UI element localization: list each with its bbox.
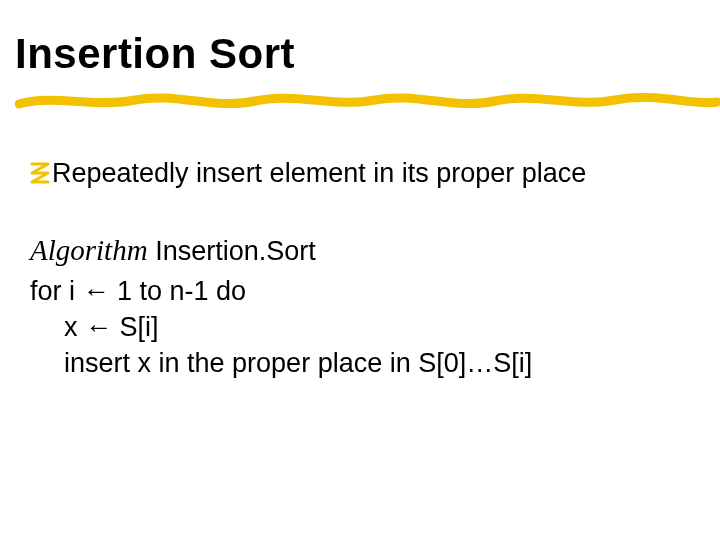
algorithm-line-2: x ← S[i]	[30, 309, 670, 345]
algorithm-name: Insertion.Sort	[155, 236, 316, 266]
z-bullet-icon	[30, 162, 50, 184]
slide: Insertion Sort Repeatedly insert element…	[0, 0, 720, 540]
algorithm-keyword: Algorithm	[30, 234, 148, 266]
title-underline	[15, 86, 720, 114]
algorithm-title-line: Algorithm Insertion.Sort	[30, 231, 670, 270]
title-block: Insertion Sort	[15, 30, 705, 114]
bullet-item: Repeatedly insert element in its proper …	[30, 155, 670, 191]
algorithm-line-3: insert x in the proper place in S[0]…S[i…	[30, 345, 670, 381]
slide-title: Insertion Sort	[15, 30, 705, 78]
algorithm-block: Algorithm Insertion.Sort for i ← 1 to n-…	[30, 231, 670, 381]
algorithm-line-1: for i ← 1 to n-1 do	[30, 273, 670, 309]
bullet-text: Repeatedly insert element in its proper …	[52, 155, 670, 191]
slide-body: Repeatedly insert element in its proper …	[30, 155, 670, 382]
